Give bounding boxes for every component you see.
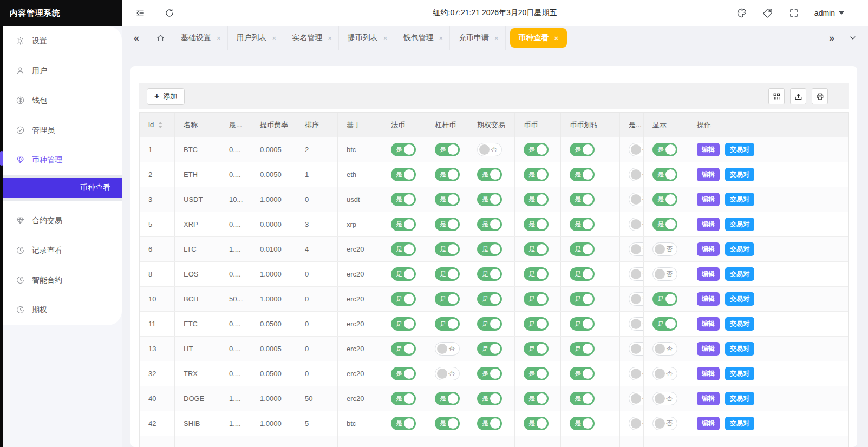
fullscreen-icon[interactable] bbox=[788, 8, 799, 18]
sidebar-item-钱包[interactable]: 钱包 bbox=[3, 86, 122, 115]
coin_coin-switch[interactable]: 是 bbox=[524, 392, 549, 405]
edit-button[interactable]: 编辑 bbox=[697, 143, 720, 156]
coin_coin-switch[interactable]: 是 bbox=[524, 342, 549, 356]
coin_coin-switch[interactable]: 是 bbox=[524, 417, 549, 430]
home-tab[interactable] bbox=[147, 26, 172, 50]
edit-button[interactable]: 编辑 bbox=[697, 342, 720, 356]
palette-icon[interactable] bbox=[736, 8, 747, 18]
trading-pair-button[interactable]: 交易对 bbox=[725, 367, 754, 380]
clipped-switch[interactable]: 否 bbox=[629, 168, 644, 181]
add-button[interactable]: + 添加 bbox=[147, 88, 185, 105]
coin_transfer-switch[interactable]: 是 bbox=[570, 317, 595, 331]
tab-用户列表[interactable]: 用户列表× bbox=[228, 26, 284, 50]
coin_coin-switch[interactable]: 是 bbox=[524, 317, 549, 331]
display-switch[interactable]: 是 bbox=[652, 292, 677, 306]
leverage-switch[interactable]: 是 bbox=[435, 168, 460, 181]
display-switch[interactable]: 是 bbox=[652, 193, 677, 206]
tab-钱包管理[interactable]: 钱包管理× bbox=[394, 26, 450, 50]
tab-close-icon[interactable]: × bbox=[383, 34, 388, 42]
sidebar-item-用户[interactable]: 用户 bbox=[3, 56, 122, 86]
tab-基础设置[interactable]: 基础设置× bbox=[172, 26, 228, 50]
coin_coin-switch[interactable]: 是 bbox=[524, 292, 549, 306]
clipped-switch[interactable]: 否 bbox=[629, 143, 644, 156]
coin_transfer-switch[interactable]: 是 bbox=[570, 193, 595, 206]
options_trading-switch[interactable]: 是 bbox=[477, 193, 502, 206]
options_trading-switch[interactable]: 否 bbox=[477, 143, 502, 156]
sidebar-item-记录查看[interactable]: 记录查看 bbox=[3, 235, 122, 265]
fiat-switch[interactable]: 是 bbox=[391, 242, 416, 256]
edit-button[interactable]: 编辑 bbox=[697, 242, 720, 256]
coin_transfer-switch[interactable]: 是 bbox=[570, 168, 595, 181]
display-switch[interactable]: 否 bbox=[652, 242, 677, 256]
clipped-switch[interactable]: 否 bbox=[629, 193, 644, 206]
clipped-switch[interactable]: 否 bbox=[629, 417, 644, 430]
trading-pair-button[interactable]: 交易对 bbox=[725, 317, 754, 331]
trading-pair-button[interactable]: 交易对 bbox=[725, 417, 754, 430]
coin_transfer-switch[interactable]: 是 bbox=[570, 392, 595, 405]
clipped-switch[interactable]: 否 bbox=[629, 317, 644, 331]
coin_coin-switch[interactable]: 是 bbox=[524, 367, 549, 380]
display-switch[interactable]: 是 bbox=[652, 168, 677, 181]
fiat-switch[interactable]: 是 bbox=[391, 218, 416, 231]
trading-pair-button[interactable]: 交易对 bbox=[725, 292, 754, 306]
tab-close-icon[interactable]: × bbox=[494, 34, 499, 42]
fiat-switch[interactable]: 是 bbox=[391, 143, 416, 156]
fiat-switch[interactable]: 是 bbox=[391, 392, 416, 405]
display-switch[interactable]: 否 bbox=[652, 417, 677, 430]
user-menu[interactable]: admin bbox=[814, 9, 844, 17]
sidebar-item-管理员[interactable]: 管理员 bbox=[3, 115, 122, 145]
trading-pair-button[interactable]: 交易对 bbox=[725, 168, 754, 181]
fiat-switch[interactable]: 是 bbox=[391, 292, 416, 306]
print-icon[interactable] bbox=[812, 88, 828, 104]
leverage-switch[interactable]: 是 bbox=[435, 267, 460, 281]
tab-close-icon[interactable]: × bbox=[439, 34, 443, 42]
fiat-switch[interactable]: 是 bbox=[391, 193, 416, 206]
sidebar-item-设置[interactable]: 设置 bbox=[3, 26, 122, 56]
edit-button[interactable]: 编辑 bbox=[697, 267, 720, 281]
tab-close-icon[interactable]: × bbox=[272, 34, 277, 42]
leverage-switch[interactable]: 是 bbox=[435, 292, 460, 306]
tab-充币申请[interactable]: 充币申请× bbox=[450, 26, 506, 50]
leverage-switch[interactable]: 是 bbox=[435, 143, 460, 156]
display-switch[interactable]: 是 bbox=[652, 218, 677, 231]
fiat-switch[interactable]: 是 bbox=[391, 317, 416, 331]
tab-实名管理[interactable]: 实名管理× bbox=[283, 26, 339, 50]
clipped-switch[interactable]: 否 bbox=[629, 242, 644, 256]
coin_transfer-switch[interactable]: 是 bbox=[570, 143, 595, 156]
display-switch[interactable]: 否 bbox=[652, 392, 677, 405]
fiat-switch[interactable]: 是 bbox=[391, 367, 416, 380]
tabs-dropdown-icon[interactable] bbox=[849, 34, 857, 42]
options_trading-switch[interactable]: 是 bbox=[477, 168, 502, 181]
tab-提币列表[interactable]: 提币列表× bbox=[339, 26, 395, 50]
leverage-switch[interactable]: 是 bbox=[435, 317, 460, 331]
sidebar-item-币种查看[interactable]: 币种查看 bbox=[3, 178, 122, 198]
refresh-icon[interactable] bbox=[164, 8, 175, 18]
options_trading-switch[interactable]: 是 bbox=[477, 417, 502, 430]
fiat-switch[interactable]: 是 bbox=[391, 267, 416, 281]
options_trading-switch[interactable]: 是 bbox=[477, 342, 502, 356]
edit-button[interactable]: 编辑 bbox=[697, 168, 720, 181]
trading-pair-button[interactable]: 交易对 bbox=[725, 193, 754, 206]
trading-pair-button[interactable]: 交易对 bbox=[725, 267, 754, 281]
coin_coin-switch[interactable]: 是 bbox=[524, 242, 549, 256]
trading-pair-button[interactable]: 交易对 bbox=[725, 392, 754, 405]
display-switch[interactable]: 否 bbox=[652, 367, 677, 380]
trading-pair-button[interactable]: 交易对 bbox=[725, 242, 754, 256]
coin_coin-switch[interactable]: 是 bbox=[524, 218, 549, 231]
columns-icon[interactable] bbox=[768, 88, 785, 104]
coin_coin-switch[interactable]: 是 bbox=[524, 267, 549, 281]
clipped-switch[interactable]: 否 bbox=[629, 392, 644, 405]
display-switch[interactable]: 是 bbox=[652, 143, 677, 156]
edit-button[interactable]: 编辑 bbox=[697, 292, 720, 306]
options_trading-switch[interactable]: 是 bbox=[477, 292, 502, 306]
edit-button[interactable]: 编辑 bbox=[697, 317, 720, 331]
leverage-switch[interactable]: 是 bbox=[435, 218, 460, 231]
edit-button[interactable]: 编辑 bbox=[697, 417, 720, 430]
coin_transfer-switch[interactable]: 是 bbox=[570, 417, 595, 430]
trading-pair-button[interactable]: 交易对 bbox=[725, 143, 754, 156]
coin_transfer-switch[interactable]: 是 bbox=[570, 292, 595, 306]
trading-pair-button[interactable]: 交易对 bbox=[725, 218, 754, 231]
clipped-switch[interactable]: 否 bbox=[629, 367, 644, 380]
collapse-sidebar-icon[interactable] bbox=[135, 8, 146, 18]
edit-button[interactable]: 编辑 bbox=[697, 218, 720, 231]
